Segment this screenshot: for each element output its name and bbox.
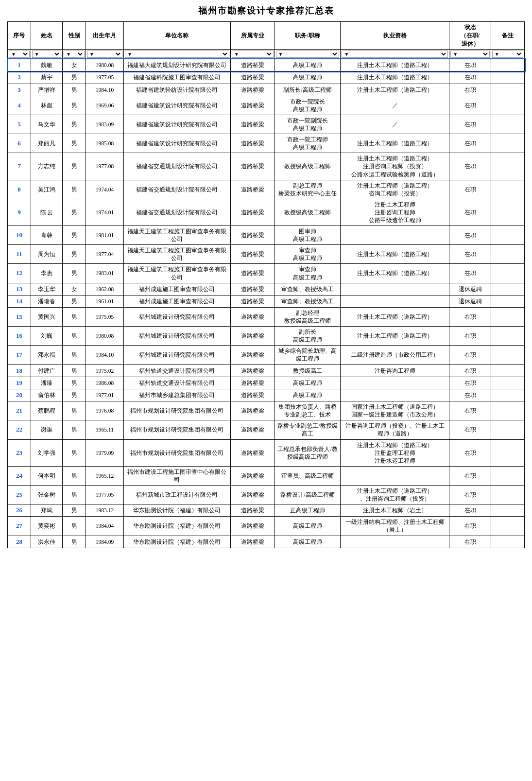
filter-qualification-select[interactable]: ▼ bbox=[342, 51, 448, 58]
table-row: 4林彪男1969.06福建省建筑设计研究院有限公司道路桥梁市政一院院长高级工程师… bbox=[8, 96, 525, 115]
cell-major: 道路桥梁 bbox=[231, 466, 275, 485]
filter-note[interactable]: ▼ bbox=[491, 50, 524, 59]
cell-gender: 男 bbox=[63, 466, 86, 485]
cell-name: 黄国兴 bbox=[31, 308, 62, 327]
cell-birth: 1961.01 bbox=[86, 295, 123, 307]
cell-birth: 1979.09 bbox=[86, 439, 123, 466]
table-row: 5马文华男1983.09福建省建筑设计研究院有限公司道路桥梁市政一院副院长高级工… bbox=[8, 115, 525, 134]
filter-gender-select[interactable]: ▼ bbox=[64, 51, 85, 58]
filter-major-select[interactable]: ▼ bbox=[232, 51, 274, 58]
table-row: 8吴江鸿男1974.04福建省交通规划设计院有限公司道路桥梁副总工程师桥梁技术研… bbox=[8, 180, 525, 199]
cell-major: 道路桥梁 bbox=[231, 485, 275, 504]
filter-major[interactable]: ▼ bbox=[231, 50, 275, 59]
cell-unit: 福州市城乡建总集团有限公司 bbox=[123, 389, 230, 401]
cell-birth: 1984.10 bbox=[86, 84, 123, 96]
table-row: 21蔡鹏程男1976.08福州市规划设计研究院集团有限公司道路桥梁集团技术负责人… bbox=[8, 401, 525, 420]
cell-seq: 1 bbox=[8, 59, 31, 71]
cell-position: 教授级高工 bbox=[275, 364, 341, 377]
filter-birth-select[interactable]: ▼ bbox=[87, 51, 122, 58]
cell-unit: 福州市规划设计研究院集团有限公司 bbox=[123, 401, 230, 420]
table-row: 7方志纯男1977.08福建省交通规划设计院有限公司道路桥梁教授级高级工程师注册… bbox=[8, 153, 525, 180]
cell-birth: 1965.12 bbox=[86, 466, 123, 485]
cell-qualification: 国家注册土木工程师（道路工程）国家一级注册建造师（市政公用） bbox=[341, 401, 449, 420]
cell-name: 何本明 bbox=[31, 466, 62, 485]
cell-name: 潘瑞春 bbox=[31, 295, 62, 307]
cell-position: 市政一院副院长高级工程师 bbox=[275, 115, 341, 134]
cell-status: 在职 bbox=[449, 153, 491, 180]
cell-birth: 1969.06 bbox=[86, 96, 123, 115]
cell-note bbox=[491, 377, 524, 389]
cell-birth: 1974.01 bbox=[86, 199, 123, 226]
filter-seq[interactable]: ▼ bbox=[8, 50, 31, 59]
cell-seq: 27 bbox=[8, 517, 31, 536]
cell-seq: 7 bbox=[8, 153, 31, 180]
cell-note bbox=[491, 439, 524, 466]
page-container: 福州市勘察设计专家推荐汇总表 序号 姓名 性别 出生年月 单位名称 所属专业 职… bbox=[0, 0, 532, 558]
filter-name-select[interactable]: ▼ bbox=[32, 51, 61, 58]
cell-note bbox=[491, 283, 524, 295]
filter-birth[interactable]: ▼ bbox=[86, 50, 123, 59]
cell-status: 在职 bbox=[449, 96, 491, 115]
cell-unit: 福州城建设计研究院有限公司 bbox=[123, 327, 230, 346]
cell-gender: 男 bbox=[63, 364, 86, 377]
cell-status: 在职 bbox=[449, 308, 491, 327]
cell-note bbox=[491, 96, 524, 115]
cell-seq: 17 bbox=[8, 346, 31, 364]
cell-position: 高级工程师 bbox=[275, 59, 341, 71]
cell-major: 道路桥梁 bbox=[231, 245, 275, 264]
table-row: 28洪永佳男1984.09华东勘测设计院（福建）有限公司道路桥梁高级工程师在职 bbox=[8, 536, 525, 548]
cell-status: 在职 bbox=[449, 71, 491, 84]
cell-note bbox=[491, 134, 524, 153]
cell-major: 道路桥梁 bbox=[231, 283, 275, 295]
cell-note bbox=[491, 504, 524, 517]
filter-name[interactable]: ▼ bbox=[31, 50, 62, 59]
cell-gender: 女 bbox=[63, 59, 86, 71]
col-qualification: 执业资格 bbox=[341, 22, 449, 50]
filter-unit-select[interactable]: ▼ bbox=[125, 51, 229, 58]
cell-seq: 11 bbox=[8, 245, 31, 264]
cell-status: 在职 bbox=[449, 134, 491, 153]
table-row: 11周为恒男1977.04福建天正建筑工程施工图审查事务有限公司道路桥梁审查师高… bbox=[8, 245, 525, 264]
cell-note bbox=[491, 245, 524, 264]
cell-status: 在职 bbox=[449, 485, 491, 504]
filter-note-select[interactable]: ▼ bbox=[492, 51, 523, 58]
filter-status-select[interactable]: ▼ bbox=[450, 51, 490, 58]
cell-seq: 6 bbox=[8, 134, 31, 153]
cell-major: 道路桥梁 bbox=[231, 439, 275, 466]
cell-unit: 福建天正建筑工程施工图审查事务有限公司 bbox=[123, 264, 230, 283]
cell-note bbox=[491, 517, 524, 536]
cell-position: 集团技术负责人、路桥专业副总工、技术 bbox=[275, 401, 341, 420]
filter-status[interactable]: ▼ bbox=[449, 50, 491, 59]
filter-position-select[interactable]: ▼ bbox=[276, 51, 340, 58]
table-row: 2蔡宇男1977.05福建省建科院施工图审查有限公司道路桥梁高级工程师注册土木工… bbox=[8, 71, 525, 84]
cell-major: 道路桥梁 bbox=[231, 517, 275, 536]
cell-note bbox=[491, 308, 524, 327]
cell-position: 审查师高级工程师 bbox=[275, 264, 341, 283]
cell-status: 在职 bbox=[449, 420, 491, 439]
cell-gender: 男 bbox=[63, 327, 86, 346]
cell-status: 在职 bbox=[449, 327, 491, 346]
filter-row[interactable]: ▼ ▼ ▼ ▼ ▼ ▼ ▼ ▼ ▼ ▼ bbox=[8, 50, 525, 59]
filter-unit[interactable]: ▼ bbox=[123, 50, 230, 59]
cell-position: 图审师高级工程师 bbox=[275, 226, 341, 245]
filter-seq-select[interactable]: ▼ bbox=[9, 51, 30, 58]
cell-qualification bbox=[341, 389, 449, 401]
cell-seq: 13 bbox=[8, 283, 31, 295]
filter-gender[interactable]: ▼ bbox=[63, 50, 86, 59]
cell-name: 黄奕彬 bbox=[31, 517, 62, 536]
cell-qualification: 注册土木工程师（道路工程） bbox=[341, 327, 449, 346]
cell-birth: 1984.10 bbox=[86, 346, 123, 364]
table-row: 24何本明男1965.12福州市建设工程施工图审查中心有限公司道路桥梁审查员、高… bbox=[8, 466, 525, 485]
cell-major: 道路桥梁 bbox=[231, 59, 275, 71]
cell-position: 路桥专业副总工/教授级高工 bbox=[275, 420, 341, 439]
cell-major: 道路桥梁 bbox=[231, 420, 275, 439]
cell-seq: 22 bbox=[8, 420, 31, 439]
cell-note bbox=[491, 536, 524, 548]
filter-qualification[interactable]: ▼ bbox=[341, 50, 449, 59]
cell-seq: 4 bbox=[8, 96, 31, 115]
cell-gender: 男 bbox=[63, 134, 86, 153]
filter-position[interactable]: ▼ bbox=[275, 50, 341, 59]
cell-position: 审查师、教授级高工 bbox=[275, 283, 341, 295]
table-row: 12李惠男1983.01福建天正建筑工程施工图审查事务有限公司道路桥梁审查师高级… bbox=[8, 264, 525, 283]
cell-gender: 男 bbox=[63, 401, 86, 420]
